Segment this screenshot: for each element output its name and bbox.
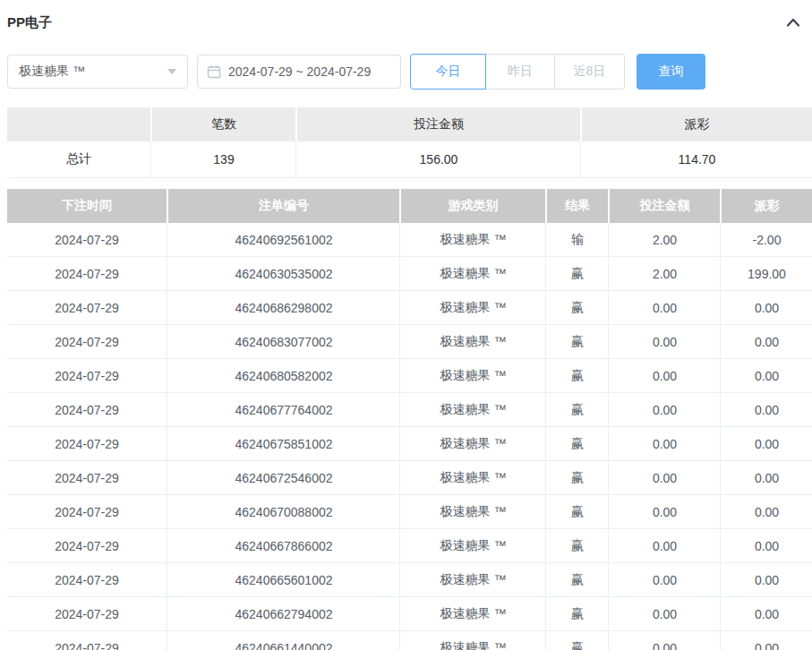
cell-result: 赢 bbox=[547, 495, 608, 528]
header-result: 结果 bbox=[547, 189, 608, 223]
date-range-value: 2024-07-29 ~ 2024-07-29 bbox=[228, 64, 371, 79]
cell-result: 赢 bbox=[547, 563, 608, 596]
cell-result: 赢 bbox=[547, 529, 608, 562]
cell-bet-id: 46240683077002 bbox=[168, 325, 399, 358]
summary-table-header: 笔数 投注金额 派彩 bbox=[7, 107, 812, 141]
table-row: 2024-07-2946240680582002极速糖果 ™赢0.000.00 bbox=[7, 359, 812, 393]
cell-bet-amount: 0.00 bbox=[610, 359, 720, 392]
cell-result: 输 bbox=[547, 223, 608, 256]
header-bet-time: 下注时间 bbox=[7, 189, 167, 223]
cell-bet-id: 46240686298002 bbox=[168, 291, 399, 324]
cell-bet-time: 2024-07-29 bbox=[7, 529, 167, 562]
summary-header-count: 笔数 bbox=[152, 107, 295, 141]
filter-bar: 极速糖果 ™ 2024-07-29 ~ 2024-07-29 今日 昨日 近8日… bbox=[7, 54, 812, 90]
yesterday-button[interactable]: 昨日 bbox=[486, 54, 555, 90]
today-button[interactable]: 今日 bbox=[410, 54, 486, 90]
table-row: 2024-07-2946240675851002极速糖果 ™赢0.000.00 bbox=[7, 427, 812, 461]
cell-bet-time: 2024-07-29 bbox=[7, 393, 167, 426]
panel-header: PP电子 bbox=[7, 11, 812, 34]
table-row: 2024-07-2946240670088002极速糖果 ™赢0.000.00 bbox=[7, 495, 812, 529]
cell-payout: 0.00 bbox=[722, 291, 812, 324]
cell-payout: 0.00 bbox=[722, 393, 812, 426]
cell-bet-id: 46240630535002 bbox=[168, 257, 399, 290]
header-payout: 派彩 bbox=[722, 189, 812, 223]
cell-bet-id: 46240677764002 bbox=[168, 393, 399, 426]
cell-game-category: 极速糖果 ™ bbox=[401, 631, 545, 650]
cell-payout: 0.00 bbox=[722, 495, 812, 528]
game-select[interactable]: 极速糖果 ™ bbox=[7, 55, 188, 89]
cell-game-category: 极速糖果 ™ bbox=[401, 223, 545, 256]
cell-bet-amount: 0.00 bbox=[610, 291, 720, 324]
cell-bet-id: 46240670088002 bbox=[168, 495, 399, 528]
cell-bet-amount: 0.00 bbox=[610, 393, 720, 426]
cell-result: 赢 bbox=[547, 257, 608, 290]
header-bet-amount: 投注金额 bbox=[610, 189, 720, 223]
cell-bet-id: 46240662794002 bbox=[168, 597, 399, 630]
cell-bet-time: 2024-07-29 bbox=[7, 631, 167, 650]
summary-total-payout: 114.70 bbox=[582, 141, 812, 177]
cell-game-category: 极速糖果 ™ bbox=[401, 529, 545, 562]
game-select-value: 极速糖果 ™ bbox=[19, 64, 85, 80]
cell-payout: 0.00 bbox=[722, 427, 812, 460]
pp-games-panel: PP电子 极速糖果 ™ 2024-07-29 ~ 2024-07-29 今日 昨… bbox=[0, 0, 812, 650]
cell-bet-time: 2024-07-29 bbox=[7, 597, 167, 630]
cell-game-category: 极速糖果 ™ bbox=[401, 257, 545, 290]
cell-payout: 0.00 bbox=[722, 631, 812, 650]
cell-bet-amount: 0.00 bbox=[610, 529, 720, 562]
chevron-down-icon bbox=[167, 69, 176, 74]
cell-result: 赢 bbox=[547, 597, 608, 630]
summary-total-row: 总计 139 156.00 114.70 bbox=[7, 141, 812, 178]
cell-bet-time: 2024-07-29 bbox=[7, 257, 167, 290]
cell-bet-id: 46240667866002 bbox=[168, 529, 399, 562]
cell-bet-id: 46240675851002 bbox=[168, 427, 399, 460]
summary-header-bet-amount: 投注金额 bbox=[297, 107, 580, 141]
cell-bet-id: 46240680582002 bbox=[168, 359, 399, 392]
cell-game-category: 极速糖果 ™ bbox=[401, 427, 545, 460]
cell-game-category: 极速糖果 ™ bbox=[401, 597, 545, 630]
search-button[interactable]: 查询 bbox=[637, 54, 705, 90]
quick-date-group: 今日 昨日 近8日 bbox=[410, 54, 625, 90]
cell-payout: 199.00 bbox=[722, 257, 812, 290]
cell-bet-amount: 0.00 bbox=[610, 631, 720, 650]
cell-payout: 0.00 bbox=[722, 325, 812, 358]
table-row: 2024-07-2946240692561002极速糖果 ™输2.00-2.00 bbox=[7, 223, 812, 257]
cell-game-category: 极速糖果 ™ bbox=[401, 461, 545, 494]
table-row: 2024-07-2946240686298002极速糖果 ™赢0.000.00 bbox=[7, 291, 812, 325]
cell-bet-amount: 0.00 bbox=[610, 597, 720, 630]
cell-bet-amount: 0.00 bbox=[610, 325, 720, 358]
last-8-days-button[interactable]: 近8日 bbox=[555, 54, 625, 90]
cell-bet-time: 2024-07-29 bbox=[7, 359, 167, 392]
cell-result: 赢 bbox=[547, 359, 608, 392]
cell-bet-amount: 0.00 bbox=[610, 563, 720, 596]
header-bet-id: 注单编号 bbox=[168, 189, 399, 223]
cell-bet-amount: 0.00 bbox=[610, 461, 720, 494]
summary-total-count: 139 bbox=[152, 141, 295, 177]
calendar-icon bbox=[207, 64, 221, 79]
cell-bet-id: 46240661440002 bbox=[168, 631, 399, 650]
collapse-panel-button[interactable] bbox=[785, 16, 801, 29]
cell-bet-id: 46240665601002 bbox=[168, 563, 399, 596]
cell-payout: -2.00 bbox=[722, 223, 812, 256]
cell-payout: 0.00 bbox=[722, 359, 812, 392]
cell-bet-time: 2024-07-29 bbox=[7, 427, 167, 460]
table-row: 2024-07-2946240667866002极速糖果 ™赢0.000.00 bbox=[7, 529, 812, 563]
cell-result: 赢 bbox=[547, 393, 608, 426]
summary-total-bet-amount: 156.00 bbox=[297, 141, 580, 177]
date-range-input[interactable]: 2024-07-29 ~ 2024-07-29 bbox=[197, 55, 401, 89]
table-row: 2024-07-2946240677764002极速糖果 ™赢0.000.00 bbox=[7, 393, 812, 427]
cell-result: 赢 bbox=[547, 427, 608, 460]
cell-result: 赢 bbox=[547, 325, 608, 358]
cell-payout: 0.00 bbox=[722, 597, 812, 630]
bet-records-table: 下注时间 注单编号 游戏类别 结果 投注金额 派彩 2024-07-294624… bbox=[7, 189, 812, 650]
cell-bet-id: 46240672546002 bbox=[168, 461, 399, 494]
summary-table: 笔数 投注金额 派彩 总计 139 156.00 114.70 bbox=[7, 107, 812, 178]
cell-result: 赢 bbox=[547, 631, 608, 650]
cell-game-category: 极速糖果 ™ bbox=[401, 291, 545, 324]
cell-game-category: 极速糖果 ™ bbox=[401, 393, 545, 426]
table-row: 2024-07-2946240665601002极速糖果 ™赢0.000.00 bbox=[7, 563, 812, 597]
bet-records-header: 下注时间 注单编号 游戏类别 结果 投注金额 派彩 bbox=[7, 189, 812, 223]
summary-total-label: 总计 bbox=[7, 141, 150, 177]
cell-payout: 0.00 bbox=[722, 461, 812, 494]
bet-records-body: 2024-07-2946240692561002极速糖果 ™输2.00-2.00… bbox=[7, 223, 812, 650]
cell-game-category: 极速糖果 ™ bbox=[401, 495, 545, 528]
